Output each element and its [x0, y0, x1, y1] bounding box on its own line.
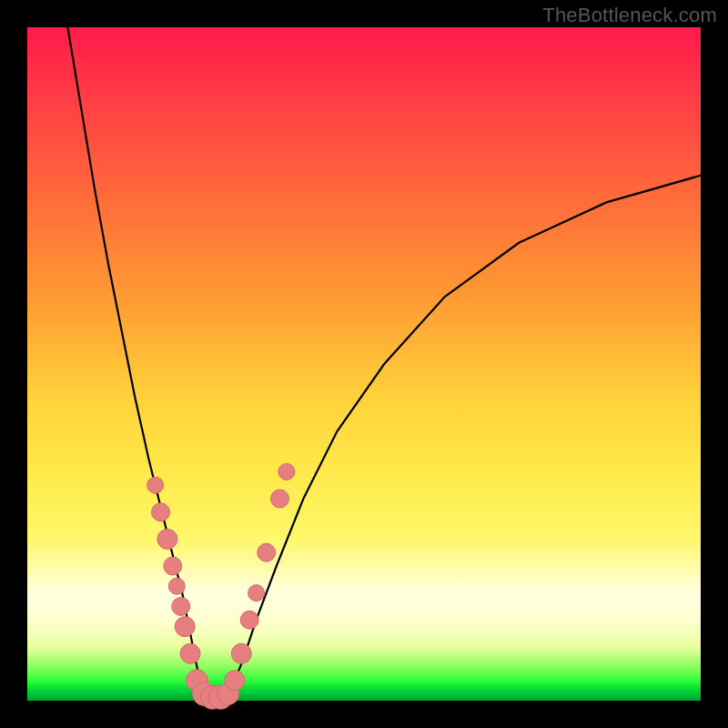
data-marker [225, 671, 245, 691]
curve-layer [27, 27, 701, 701]
marker-group [147, 463, 295, 709]
data-marker [240, 611, 258, 629]
v-curve [67, 27, 701, 700]
chart-frame: TheBottleneck.com [0, 0, 728, 728]
data-marker [248, 585, 265, 602]
data-marker [278, 463, 295, 480]
data-marker [164, 557, 182, 575]
data-marker [157, 529, 177, 549]
data-marker [147, 477, 164, 493]
plot-area [27, 27, 701, 701]
data-marker [180, 643, 200, 663]
data-marker [271, 490, 289, 508]
data-marker [231, 643, 251, 663]
data-marker [152, 503, 170, 521]
data-marker [258, 543, 276, 561]
data-marker [168, 578, 185, 594]
data-marker [172, 597, 190, 615]
watermark-text: TheBottleneck.com [542, 4, 717, 27]
data-marker [175, 617, 195, 637]
